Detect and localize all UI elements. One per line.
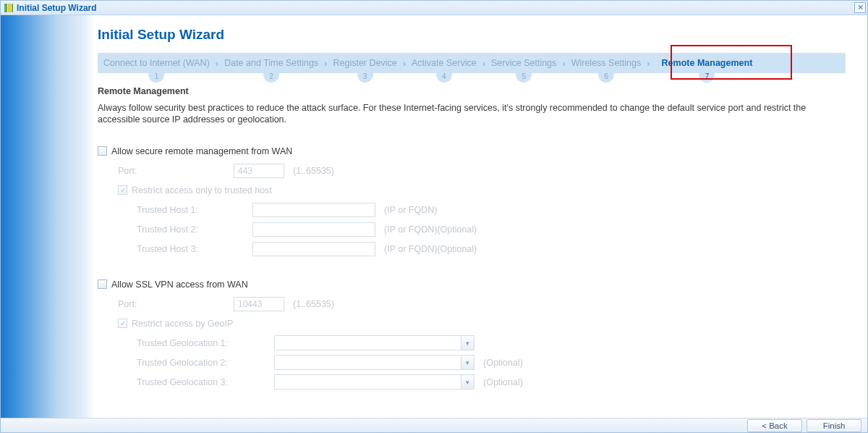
title-bar: Initial Setup Wizard ✕: [1, 1, 867, 15]
step-5[interactable]: Service Settings 5: [488, 58, 559, 68]
app-icon: [4, 3, 14, 13]
side-gradient: [1, 15, 95, 419]
chevron-right-icon: ›: [324, 58, 327, 69]
svg-rect-1: [8, 4, 11, 12]
remote-port-label: Port:: [118, 166, 234, 176]
geo2-combo[interactable]: ▾: [274, 355, 475, 370]
trusted-host2-label: Trusted Host 2:: [137, 224, 252, 235]
sslvpn-port-input[interactable]: [234, 297, 284, 311]
chevron-down-icon: ▾: [461, 356, 474, 369]
wizard-steps-bar: Connect to Internet (WAN) 1 › Date and T…: [98, 53, 846, 73]
chevron-right-icon: ›: [647, 58, 650, 69]
step-6[interactable]: Wireless Settings 6: [569, 58, 644, 68]
svg-rect-0: [4, 4, 7, 12]
step-7-active[interactable]: Remote Management 7: [653, 58, 762, 68]
step-2[interactable]: Date and Time Settings 2: [221, 58, 321, 68]
geo3-label: Trusted Geolocation 3:: [137, 377, 274, 387]
allow-remote-mgmt-checkbox[interactable]: [98, 146, 107, 156]
svg-rect-2: [12, 4, 13, 12]
geo3-combo[interactable]: ▾: [274, 374, 475, 390]
restrict-geoip-label: Restrict access by GeoIP: [132, 319, 233, 329]
allow-remote-mgmt-label: Allow secure remote management from WAN: [111, 146, 292, 156]
chevron-right-icon: ›: [482, 58, 485, 69]
chevron-down-icon: ▾: [461, 375, 474, 389]
trusted-host1-label: Trusted Host 1:: [137, 205, 252, 215]
chevron-right-icon: ›: [216, 58, 218, 69]
section-description: Always follow security best practices to…: [98, 102, 828, 125]
trusted-host1-hint: (IP or FQDN): [384, 205, 437, 215]
page-title: Initial Setup Wizard: [98, 27, 846, 43]
trusted-host3-input[interactable]: [252, 242, 375, 256]
geo2-label: Trusted Geolocation 2:: [137, 358, 274, 368]
trusted-host2-input[interactable]: [252, 222, 375, 237]
restrict-trusted-host-checkbox[interactable]: ✓: [118, 185, 127, 195]
geo3-hint: (Optional): [483, 377, 523, 387]
back-button[interactable]: < Back: [747, 419, 802, 432]
step-1[interactable]: Connect to Internet (WAN) 1: [101, 58, 213, 68]
trusted-host1-input[interactable]: [252, 203, 375, 217]
step-4[interactable]: Activate Service 4: [409, 58, 480, 68]
allow-sslvpn-label: Allow SSL VPN access from WAN: [111, 279, 248, 290]
restrict-geoip-checkbox[interactable]: ✓: [118, 319, 127, 328]
geo1-label: Trusted Geolocation 1:: [137, 338, 274, 348]
close-button[interactable]: ✕: [854, 2, 866, 13]
geo1-combo[interactable]: ▾: [274, 335, 475, 350]
geo2-hint: (Optional): [483, 358, 523, 368]
window-title: Initial Setup Wizard: [17, 3, 97, 13]
section-heading: Remote Management: [98, 86, 846, 96]
chevron-right-icon: ›: [403, 58, 406, 69]
sslvpn-port-label: Port:: [118, 299, 234, 309]
step-3[interactable]: Register Device 3: [330, 58, 399, 68]
allow-sslvpn-row: Allow SSL VPN access from WAN: [98, 274, 846, 294]
allow-sslvpn-checkbox[interactable]: [98, 279, 107, 289]
trusted-host2-hint: (IP or FQDN)(Optional): [384, 224, 477, 235]
finish-button[interactable]: Finish: [807, 419, 861, 432]
sslvpn-port-hint: (1..65535): [293, 299, 334, 309]
chevron-down-icon: ▾: [461, 336, 474, 350]
trusted-host3-label: Trusted Host 3:: [137, 244, 252, 254]
chevron-right-icon: ›: [562, 58, 565, 69]
remote-port-input[interactable]: [234, 164, 284, 178]
wizard-footer: < Back Finish: [1, 418, 867, 432]
remote-port-hint: (1..65535): [293, 166, 334, 176]
allow-remote-mgmt-row: Allow secure remote management from WAN: [98, 141, 846, 161]
trusted-host3-hint: (IP or FQDN)(Optional): [384, 244, 477, 254]
restrict-trusted-host-label: Restrict access only to trusted host: [132, 185, 272, 196]
